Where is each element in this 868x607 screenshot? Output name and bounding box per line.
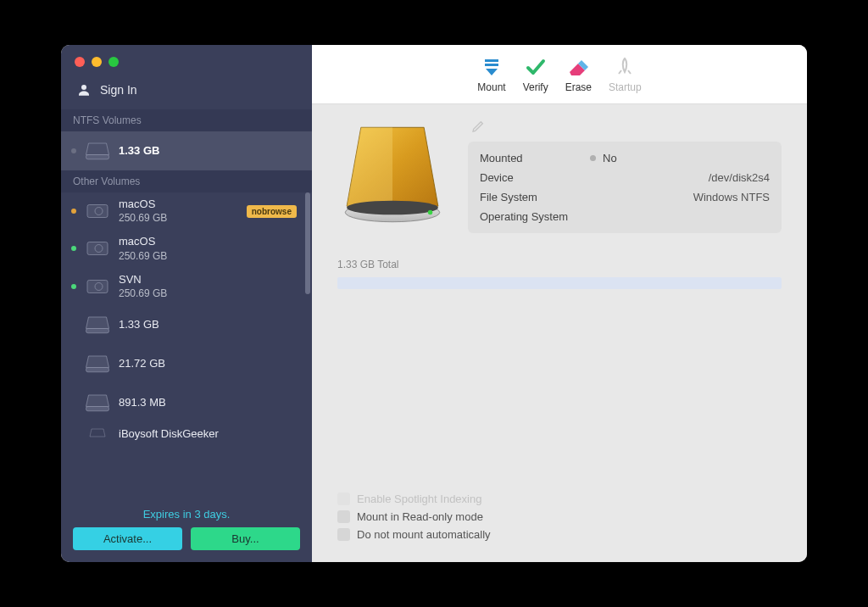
volume-list: macOS 250.69 GB nobrowse macOS 250.69 GB	[61, 192, 312, 501]
info-value: /dev/disk2s4	[709, 171, 770, 184]
mount-button[interactable]: Mount	[477, 56, 505, 93]
status-dot	[71, 322, 76, 327]
mount-options: Enable Spotlight Indexing Mount in Read-…	[337, 490, 782, 549]
svg-rect-12	[485, 64, 498, 66]
info-row-mounted: Mounted No	[480, 148, 770, 168]
ntfs-section-header: NTFS Volumes	[61, 109, 312, 131]
status-dot	[71, 400, 76, 405]
mount-icon	[481, 56, 503, 78]
toolbar-label: Startup	[609, 81, 642, 93]
option-noauto[interactable]: Do not mount automatically	[337, 526, 782, 543]
erase-icon	[567, 56, 589, 78]
volume-size: 891.3 MB	[119, 396, 166, 409]
content-area: Mounted No Device /dev/disk2s4 File Syst…	[312, 104, 807, 562]
minimize-window-button[interactable]	[92, 57, 102, 67]
sign-in-button[interactable]: Sign In	[61, 75, 312, 109]
ntfs-volume-item[interactable]: 1.33 GB	[61, 131, 312, 170]
option-readonly[interactable]: Mount in Read-only mode	[337, 508, 782, 526]
volume-item[interactable]: 1.33 GB	[61, 305, 312, 344]
info-label: Operating System	[480, 210, 590, 223]
app-window: Sign In NTFS Volumes 1.33 GB Other Volum…	[61, 45, 807, 562]
status-dot	[71, 209, 76, 214]
checkbox	[337, 493, 350, 505]
internal-drive-icon	[85, 276, 110, 298]
toolbar: Mount Verify Erase Startup	[312, 45, 807, 104]
svg-rect-8	[86, 328, 109, 332]
status-dot	[71, 148, 76, 153]
internal-drive-icon	[85, 237, 110, 259]
svg-rect-11	[485, 59, 498, 62]
info-value: No	[603, 152, 617, 164]
volume-item[interactable]: SVN 250.69 GB	[61, 268, 312, 305]
info-row-filesystem: File System Windows NTFS	[480, 187, 770, 207]
svg-rect-9	[86, 367, 109, 371]
info-label: File System	[480, 191, 590, 203]
volume-item[interactable]: macOS 250.69 GB nobrowse	[61, 192, 312, 230]
activate-button[interactable]: Activate...	[73, 527, 182, 550]
close-window-button[interactable]	[75, 57, 85, 67]
volume-size: 250.69 GB	[119, 250, 167, 263]
erase-button[interactable]: Erase	[565, 56, 592, 93]
sidebar-scrollbar[interactable]	[305, 192, 310, 294]
internal-drive-icon	[85, 200, 110, 222]
drive-icon	[85, 140, 110, 162]
status-dot	[71, 361, 76, 366]
trial-expires-label: Expires in 3 days.	[73, 508, 300, 521]
toolbar-label: Erase	[565, 81, 592, 93]
volume-size: 21.72 GB	[119, 357, 165, 370]
volume-title: SVN	[119, 273, 167, 287]
svg-point-0	[81, 85, 86, 90]
svg-rect-4	[87, 242, 108, 255]
status-dot	[71, 284, 76, 289]
toolbar-label: Verify	[523, 81, 548, 93]
option-label: Enable Spotlight Indexing	[357, 493, 481, 505]
svg-point-15	[428, 210, 433, 215]
sidebar-footer: Expires in 3 days. Activate... Buy...	[61, 501, 312, 562]
info-label: Device	[480, 171, 590, 184]
info-row-os: Operating System	[480, 207, 770, 226]
edit-name-icon[interactable]	[471, 120, 782, 136]
option-label: Do not mount automatically	[357, 528, 491, 541]
volume-title: macOS	[119, 198, 167, 211]
info-value: Windows NTFS	[693, 191, 770, 203]
info-label: Mounted	[480, 152, 590, 164]
svg-rect-10	[86, 406, 109, 410]
volume-size: 1.33 GB	[119, 318, 159, 331]
volume-big-icon	[337, 120, 448, 230]
volume-title: macOS	[119, 235, 167, 248]
capacity-bar	[337, 277, 782, 289]
status-dot	[71, 246, 76, 251]
mounted-status-dot	[590, 155, 596, 161]
verify-button[interactable]: Verify	[523, 56, 548, 93]
status-dot	[71, 427, 76, 432]
option-label: Mount in Read-only mode	[357, 510, 483, 523]
capacity-total-label: 1.33 GB Total	[337, 259, 782, 270]
volume-size: 250.69 GB	[119, 212, 167, 225]
volume-item[interactable]: 21.72 GB	[61, 344, 312, 383]
svg-rect-1	[86, 155, 109, 159]
maximize-window-button[interactable]	[108, 57, 119, 67]
other-section-header: Other Volumes	[61, 170, 312, 192]
buy-button[interactable]: Buy...	[191, 527, 300, 550]
nobrowse-badge: nobrowse	[247, 205, 297, 218]
checkbox[interactable]	[337, 528, 350, 541]
drive-icon	[85, 392, 110, 414]
volume-info-box: Mounted No Device /dev/disk2s4 File Syst…	[468, 142, 782, 233]
drive-icon	[85, 353, 110, 375]
checkbox[interactable]	[337, 510, 350, 523]
info-row-device: Device /dev/disk2s4	[480, 168, 770, 187]
volume-title: iBoysoft DiskGeeker	[119, 427, 219, 441]
window-controls	[61, 45, 312, 75]
user-icon	[76, 82, 92, 97]
toolbar-label: Mount	[477, 81, 505, 93]
svg-point-14	[347, 201, 438, 215]
volume-size: 250.69 GB	[119, 287, 167, 300]
volume-item[interactable]: iBoysoft DiskGeeker	[61, 422, 312, 446]
sign-in-label: Sign In	[100, 83, 137, 97]
sidebar: Sign In NTFS Volumes 1.33 GB Other Volum…	[61, 45, 312, 562]
volume-title: 1.33 GB	[119, 144, 159, 158]
volume-item[interactable]: macOS 250.69 GB	[61, 230, 312, 267]
volume-item[interactable]: 891.3 MB	[61, 383, 312, 422]
svg-rect-6	[87, 280, 108, 292]
svg-rect-2	[87, 205, 108, 218]
